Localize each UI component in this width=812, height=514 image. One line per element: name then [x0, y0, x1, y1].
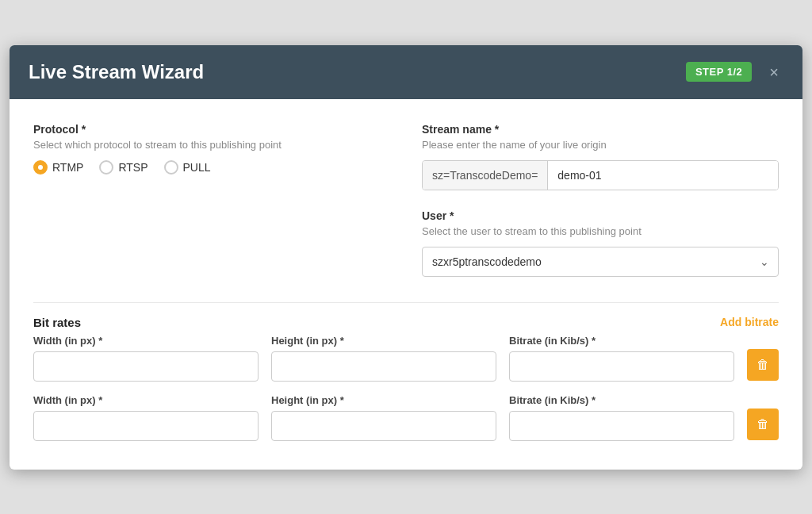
height-label-1: Height (in px) * [271, 335, 496, 347]
radio-pull[interactable]: PULL [164, 160, 211, 175]
bitrate-input-1[interactable] [509, 351, 734, 382]
radio-pull-indicator [164, 160, 178, 175]
stream-name-section: Stream name * Please enter the name of y… [422, 123, 779, 190]
bitrates-title: Bit rates [33, 316, 81, 329]
width-input-2[interactable] [33, 411, 259, 441]
modal-body: Protocol * Select which protocol to stre… [10, 99, 802, 470]
form-grid: Protocol * Select which protocol to stre… [33, 123, 779, 296]
section-divider [33, 302, 779, 303]
stream-name-label: Stream name * [422, 123, 779, 136]
radio-group: RTMP RTSP PULL [33, 160, 390, 175]
left-spacer [33, 209, 390, 296]
radio-rtmp[interactable]: RTMP [33, 160, 83, 175]
delete-bitrate-button-2[interactable]: 🗑 [747, 409, 779, 440]
bitrate-row-2: Width (in px) * Height (in px) * Bitrate… [33, 394, 779, 441]
width-label-2: Width (in px) * [33, 394, 259, 406]
bitrate-input-2[interactable] [509, 411, 734, 441]
bitrates-section: Bit rates Add bitrate Width (in px) * He… [33, 316, 779, 441]
user-label: User * [422, 209, 779, 222]
trash-icon-2: 🗑 [756, 417, 769, 432]
radio-rtmp-indicator [33, 160, 48, 175]
modal-title: Live Stream Wizard [29, 61, 204, 83]
radio-pull-label: PULL [183, 161, 211, 174]
width-input-1[interactable] [33, 351, 259, 382]
width-label-1: Width (in px) * [33, 335, 259, 347]
width-field-1: Width (in px) * [33, 335, 259, 382]
width-field-2: Width (in px) * [33, 394, 259, 441]
protocol-label: Protocol * [33, 123, 390, 136]
modal-header: Live Stream Wizard STEP 1/2 × [10, 45, 802, 99]
height-label-2: Height (in px) * [271, 394, 496, 406]
step-badge: STEP 1/2 [686, 62, 752, 82]
height-field-1: Height (in px) * [271, 335, 496, 382]
radio-rtmp-label: RTMP [52, 161, 83, 174]
stream-name-input-group: sz=TranscodeDemo= [422, 160, 779, 190]
radio-rtsp[interactable]: RTSP [99, 160, 147, 175]
user-select[interactable]: szxr5ptranscodedemo [422, 247, 779, 277]
live-stream-wizard-modal: Live Stream Wizard STEP 1/2 × Protocol *… [10, 45, 802, 470]
protocol-section: Protocol * Select which protocol to stre… [33, 123, 390, 190]
delete-bitrate-button-1[interactable]: 🗑 [747, 349, 779, 381]
radio-rtsp-indicator [99, 160, 113, 175]
stream-name-input[interactable] [548, 161, 778, 190]
protocol-hint: Select which protocol to stream to this … [33, 139, 390, 151]
bitrates-header: Bit rates Add bitrate [33, 316, 779, 335]
bitrate-field-1: Bitrate (in Kib/s) * [509, 335, 734, 382]
bitrate-field-2: Bitrate (in Kib/s) * [509, 394, 734, 441]
stream-name-hint: Please enter the name of your live origi… [422, 139, 779, 151]
stream-prefix: sz=TranscodeDemo= [423, 161, 548, 190]
add-bitrate-button[interactable]: Add bitrate [720, 316, 779, 328]
radio-rtsp-label: RTSP [118, 161, 147, 174]
trash-icon-1: 🗑 [756, 358, 769, 372]
user-hint: Select the user to stream to this publis… [422, 225, 779, 237]
bitrate-label-1: Bitrate (in Kib/s) * [509, 335, 734, 347]
user-select-wrapper: szxr5ptranscodedemo ⌄ [422, 247, 779, 277]
height-input-2[interactable] [271, 411, 496, 441]
height-input-1[interactable] [271, 351, 496, 382]
bitrate-label-2: Bitrate (in Kib/s) * [509, 394, 734, 406]
close-button[interactable]: × [764, 63, 783, 82]
user-section: User * Select the user to stream to this… [422, 209, 779, 277]
header-right: STEP 1/2 × [686, 62, 783, 82]
bitrate-row: Width (in px) * Height (in px) * Bitrate… [33, 335, 779, 382]
height-field-2: Height (in px) * [271, 394, 496, 441]
